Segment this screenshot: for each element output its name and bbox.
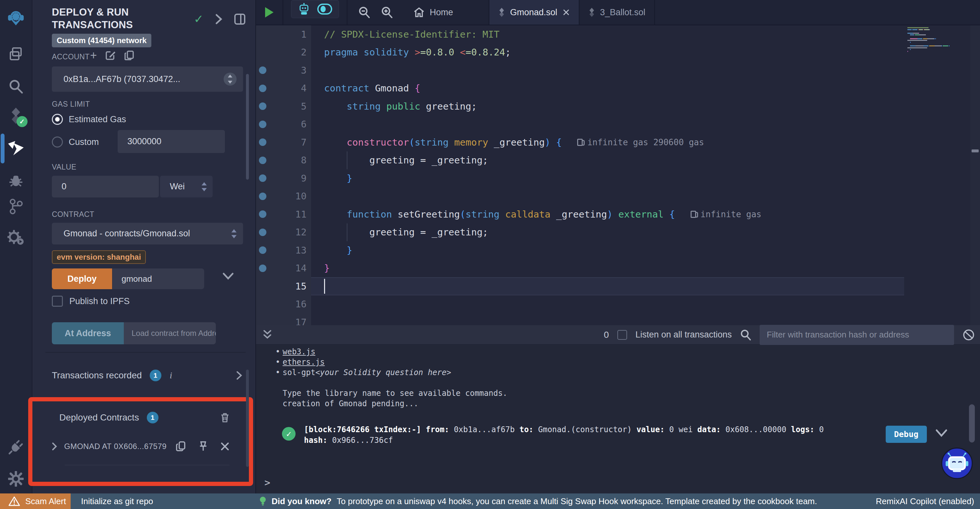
- code-line[interactable]: 10: [256, 187, 980, 206]
- git-icon[interactable]: [8, 198, 24, 215]
- expand-tx-chevron-icon[interactable]: [935, 429, 948, 437]
- breakpoint-dot[interactable]: [259, 85, 266, 92]
- add-account-icon[interactable]: +: [90, 49, 97, 62]
- copilot-status[interactable]: RemixAI Copilot (enabled): [876, 493, 974, 509]
- at-address-button[interactable]: At Address: [52, 322, 124, 344]
- copilot-toggle-icon[interactable]: [317, 3, 332, 14]
- scroll-indicator[interactable]: [972, 150, 979, 152]
- clear-deployed-trash-icon[interactable]: [220, 412, 229, 423]
- panel-scrollbar-lower[interactable]: [246, 370, 249, 467]
- publish-ipfs-checkbox[interactable]: [52, 296, 63, 307]
- account-stepper-icon[interactable]: [223, 72, 237, 86]
- clear-console-ban-icon[interactable]: [963, 329, 975, 341]
- analysis-icon[interactable]: [8, 229, 24, 246]
- code-editor[interactable]: 1// SPDX-License-Identifier: MIT2pragma …: [256, 25, 980, 325]
- terminal-scrollbar[interactable]: [969, 404, 975, 442]
- plugin-manager-icon[interactable]: [8, 439, 24, 455]
- code-line[interactable]: 13 }: [256, 241, 980, 259]
- deployed-contract-row[interactable]: GMONAD AT 0X606...67579: [52, 441, 229, 452]
- code-line[interactable]: 14}: [256, 259, 980, 278]
- custom-gas-input[interactable]: [118, 130, 225, 153]
- file-explorer-icon[interactable]: [8, 45, 24, 62]
- code-line[interactable]: 11 function setGreeting(string calldata …: [256, 205, 980, 223]
- breakpoint-dot[interactable]: [259, 174, 266, 182]
- code-line[interactable]: 8 greeting = _greeting;: [256, 152, 980, 169]
- copy-address-icon[interactable]: [176, 441, 186, 452]
- custom-gas-radio[interactable]: [52, 137, 63, 147]
- terminal-output[interactable]: •web3.js•ethers.js•sol-gpt <your Solidit…: [256, 345, 980, 493]
- breakpoint-dot[interactable]: [259, 139, 266, 146]
- breakpoint-dot[interactable]: [259, 67, 266, 74]
- breakpoint-dot[interactable]: [259, 121, 266, 128]
- code-line[interactable]: 7 constructor(string memory _greeting) {…: [256, 133, 980, 152]
- code-line[interactable]: 1// SPDX-License-Identifier: MIT: [256, 25, 980, 43]
- code-line[interactable]: 3: [256, 61, 980, 80]
- chevron-right-icon[interactable]: [215, 14, 222, 25]
- pin-panel-icon[interactable]: [234, 13, 246, 25]
- terminal-prompt[interactable]: >: [264, 477, 270, 488]
- settings-icon[interactable]: [8, 471, 24, 487]
- constructor-arg-input[interactable]: [113, 268, 204, 289]
- code-line[interactable]: 17: [256, 313, 980, 325]
- tab-home[interactable]: Home: [404, 0, 463, 25]
- deploy-button[interactable]: Deploy: [52, 268, 112, 289]
- debug-button[interactable]: Debug: [886, 426, 927, 443]
- code-line[interactable]: 2pragma solidity >=0.8.0 <=0.8.24;: [256, 43, 980, 62]
- copy-account-icon[interactable]: [124, 50, 135, 61]
- search-transactions-icon[interactable]: [740, 329, 751, 341]
- account-select[interactable]: 0xB1a...AF67b (7037.30472...: [52, 67, 243, 92]
- breakpoint-dot[interactable]: [259, 156, 266, 164]
- value-input[interactable]: [52, 176, 159, 198]
- estimated-gas-radio[interactable]: [52, 114, 63, 125]
- tab-gmonad-sol[interactable]: Gmonad.sol: [489, 0, 579, 25]
- solidity-compiler-icon[interactable]: ✓: [8, 108, 24, 124]
- remixai-copilot-avatar[interactable]: [941, 447, 973, 479]
- value-unit-select[interactable]: Wei: [160, 176, 213, 198]
- scam-alert-button[interactable]: Scam Alert: [0, 493, 71, 509]
- remove-contract-icon[interactable]: [220, 442, 229, 451]
- tab-3-ballot-sol[interactable]: 3_Ballot.sol: [579, 0, 655, 25]
- code-line[interactable]: 12 greeting = _greeting;: [256, 223, 980, 241]
- run-script-button[interactable]: [256, 0, 283, 25]
- code-line[interactable]: 5 string public greeting;: [256, 97, 980, 115]
- breakpoint-dot[interactable]: [259, 228, 266, 236]
- init-git-repo-button[interactable]: Initialize as git repo: [81, 493, 153, 509]
- terminal-bullet-line[interactable]: •web3.js: [256, 346, 980, 357]
- zoom-in-icon[interactable]: [381, 6, 393, 19]
- deploy-expand-chevron-icon[interactable]: [222, 272, 234, 280]
- breakpoint-dot[interactable]: [259, 211, 266, 218]
- collapse-terminal-icon[interactable]: [262, 329, 272, 340]
- breakpoint-dot[interactable]: [259, 265, 266, 272]
- transactions-recorded-row[interactable]: Transactions recorded 1 i: [52, 370, 242, 381]
- at-address-input[interactable]: [124, 322, 216, 344]
- breakpoint-dot[interactable]: [259, 246, 266, 254]
- code-line[interactable]: 15: [256, 277, 980, 295]
- edit-account-icon[interactable]: [105, 50, 116, 61]
- code-line[interactable]: 9 }: [256, 169, 980, 187]
- debugger-icon[interactable]: [8, 172, 24, 189]
- breakpoint-dot[interactable]: [259, 193, 266, 200]
- breakpoint-dot[interactable]: [259, 102, 266, 110]
- pin-contract-icon[interactable]: [198, 441, 208, 452]
- minimap[interactable]: [904, 25, 970, 325]
- terminal-bullet-line[interactable]: •sol-gpt <your Solidity question here>: [256, 367, 980, 378]
- search-icon[interactable]: [8, 78, 24, 95]
- remixai-robot-icon[interactable]: [298, 3, 310, 16]
- code-line[interactable]: 4contract Gmonad {: [256, 80, 980, 97]
- remix-logo-icon[interactable]: [8, 9, 24, 26]
- line-number: 9: [269, 173, 311, 184]
- transactions-expand-chevron-icon[interactable]: [236, 370, 242, 380]
- zoom-out-icon[interactable]: [358, 6, 370, 19]
- transaction-log-row[interactable]: ✓ [block:7646266 txIndex:-] from: 0xb1a.…: [282, 424, 948, 446]
- panel-scrollbar[interactable]: [246, 74, 249, 180]
- deploy-run-icon[interactable]: [8, 140, 24, 156]
- filter-transactions-input[interactable]: [760, 325, 954, 345]
- listen-all-checkbox[interactable]: [617, 330, 627, 340]
- close-tab-icon[interactable]: [563, 9, 570, 16]
- code-line[interactable]: 6: [256, 115, 980, 134]
- contract-select[interactable]: Gmonad - contracts/Gmonad.sol: [52, 223, 243, 244]
- code-line[interactable]: 16: [256, 295, 980, 313]
- info-icon[interactable]: i: [170, 370, 172, 381]
- contract-expand-chevron-icon[interactable]: [52, 442, 57, 451]
- terminal-bullet-line[interactable]: •ethers.js: [256, 357, 980, 367]
